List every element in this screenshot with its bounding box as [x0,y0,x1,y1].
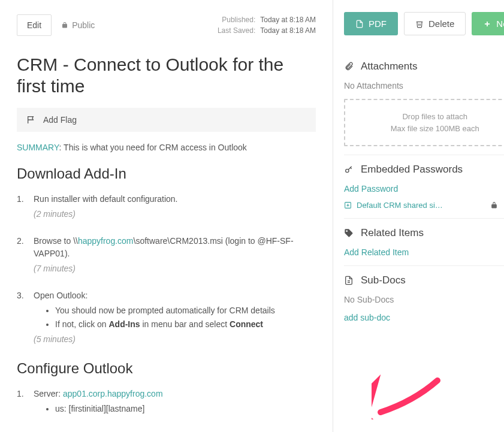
panel-toggle-attachments[interactable]: Attachments [344,61,504,72]
meta-block: Published:Today at 8:18 AM Last Saved:To… [218,14,316,36]
link-happyfrog[interactable]: happyfrog.com [78,236,134,246]
flag-icon [26,115,36,125]
add-related-link[interactable]: Add Related Item [344,247,504,257]
panel-passwords: Embedded Passwords Add Password Default … [344,155,504,219]
panel-toggle-passwords[interactable]: Embedded Passwords [344,164,504,176]
link-server[interactable]: app01.corp.happyfrog.com [63,389,163,398]
panel-toggle-subdocs[interactable]: Sub-Docs [344,274,504,286]
add-flag-button[interactable]: Add Flag [17,108,316,132]
delete-button[interactable]: Delete [404,12,466,35]
duration: (7 minutes) [34,262,316,275]
paperclip-icon [344,62,354,71]
new-button[interactable]: New [472,12,504,35]
tag-icon [344,228,354,238]
plus-box-icon [344,201,352,209]
add-subdoc-link[interactable]: add sub-doc [344,313,504,322]
key-icon [344,165,354,174]
document-icon [355,20,364,28]
document-icon [344,276,354,285]
plus-icon [483,20,491,28]
duration: (5 minutes) [34,333,316,346]
subdocs-empty: No Sub-Docs [344,295,504,304]
page-title: CRM - Connect to Outlook for the first t… [17,54,316,97]
add-password-link[interactable]: Add Password [344,184,504,194]
visibility-indicator: Public [61,20,95,30]
step-2: Browse to \\happyfrog.com\software\CRM20… [17,235,316,275]
attachments-empty: No Attachments [344,81,504,90]
trash-icon [415,20,424,28]
svg-point-2 [346,169,349,172]
panel-toggle-related[interactable]: Related Items [344,227,504,239]
panel-attachments: Attachments No Attachments Drop files to… [344,52,504,155]
duration: (2 minutes) [34,208,316,220]
unlock-icon [61,22,68,29]
step-1: Run installer with default configuration… [17,193,316,220]
step-3: Open Outlook: You should now be prompted… [17,289,316,346]
panel-related: Related Items Add Related Item [344,219,504,266]
pdf-button[interactable]: PDF [344,12,398,35]
password-item: Default CRM shared sign… [344,201,504,210]
dropzone[interactable]: Drop files to attach Max file size 100MB… [344,99,504,146]
section-download: Download Add-In [17,165,316,182]
password-link[interactable]: Default CRM shared sign… [344,201,443,210]
config-step-1: Server: app01.corp.happyfrog.com us: [fi… [17,388,316,415]
summary: SUMMARY: This is what you need for CRM a… [17,143,316,152]
lock-icon[interactable] [490,201,498,209]
panel-subdocs: Sub-Docs No Sub-Docs add sub-doc [344,266,504,331]
section-configure: Configure Outlook [17,360,316,377]
edit-button[interactable]: Edit [17,14,52,36]
